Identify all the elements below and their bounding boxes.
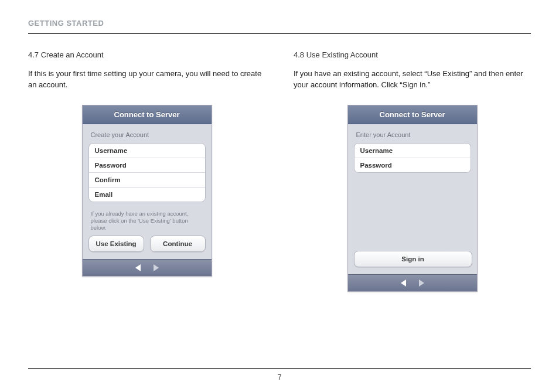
- left-phone-title: Connect to Server: [83, 105, 212, 124]
- username-field[interactable]: Username: [89, 144, 205, 158]
- confirm-field[interactable]: Confirm: [89, 172, 205, 187]
- right-phone-body: Enter your Account Username Password Sig…: [348, 124, 477, 274]
- left-heading: 4.7 Create an Account: [28, 50, 265, 59]
- sign-in-button[interactable]: Sign in: [354, 251, 472, 267]
- right-column: 4.8 Use Existing Account If you have an …: [294, 50, 531, 292]
- left-phone-subtitle: Create your Account: [91, 131, 206, 138]
- right-phone-subtitle: Enter your Account: [356, 131, 471, 138]
- columns: 4.7 Create an Account If this is your fi…: [28, 50, 531, 292]
- nav-back-icon-2[interactable]: [401, 279, 406, 287]
- existing-password-field[interactable]: Password: [355, 158, 471, 172]
- right-phone-nav: [348, 274, 477, 291]
- left-body: If this is your first time setting up yo…: [28, 69, 265, 91]
- right-field-group: Username Password: [354, 143, 471, 173]
- left-phone-nav: [83, 259, 212, 276]
- page-number: 7: [28, 373, 531, 381]
- nav-forward-icon[interactable]: [154, 264, 159, 271]
- left-phone-note: If you already have an existing account,…: [91, 210, 203, 232]
- right-phone: Connect to Server Enter your Account Use…: [347, 105, 478, 292]
- right-button-row: Sign in: [354, 251, 471, 267]
- right-phone-title: Connect to Server: [348, 105, 477, 124]
- left-column: 4.7 Create an Account If this is your fi…: [28, 50, 265, 292]
- left-field-group: Username Password Confirm Email: [88, 143, 206, 202]
- section-title: GETTING STARTED: [28, 19, 531, 28]
- footer: 7: [28, 368, 531, 381]
- right-heading: 4.8 Use Existing Account: [294, 50, 531, 59]
- right-body: If you have an existing account, select …: [294, 69, 531, 91]
- bottom-rule: [28, 368, 531, 369]
- left-button-row: Use Existing Continue: [88, 236, 206, 252]
- left-phone: Connect to Server Create your Account Us…: [82, 105, 212, 277]
- existing-username-field[interactable]: Username: [355, 144, 471, 158]
- use-existing-button[interactable]: Use Existing: [88, 236, 144, 252]
- nav-back-icon[interactable]: [135, 264, 141, 271]
- page-root: GETTING STARTED 4.7 Create an Account If…: [0, 0, 559, 392]
- password-field[interactable]: Password: [89, 158, 205, 172]
- left-phone-body: Create your Account Username Password Co…: [83, 124, 212, 259]
- top-rule: [28, 33, 531, 34]
- nav-forward-icon-2[interactable]: [419, 279, 424, 287]
- email-field[interactable]: Email: [89, 187, 205, 202]
- continue-button[interactable]: Continue: [150, 236, 206, 252]
